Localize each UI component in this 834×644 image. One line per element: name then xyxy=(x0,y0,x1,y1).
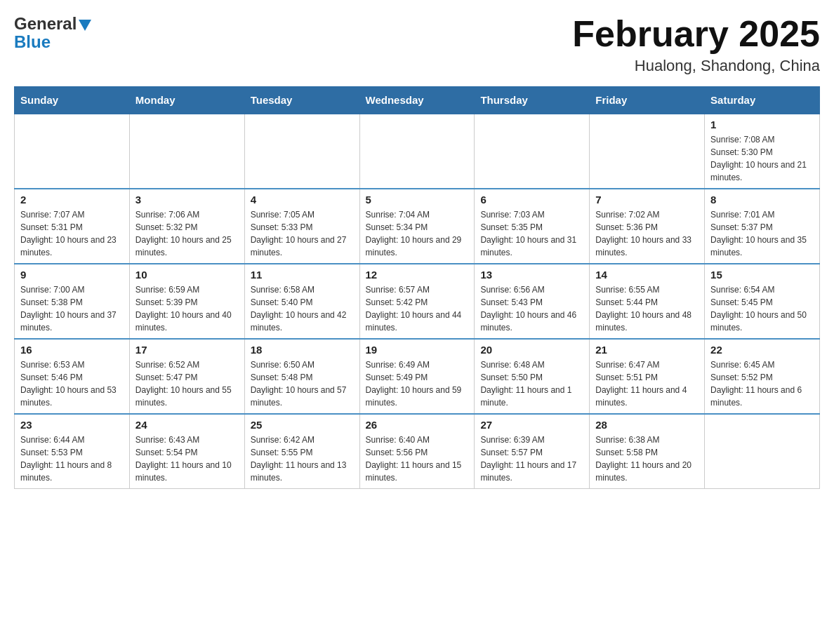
day-info: Sunrise: 6:44 AMSunset: 5:53 PMDaylight:… xyxy=(20,434,124,484)
day-number: 8 xyxy=(710,194,814,206)
day-info: Sunrise: 7:05 AMSunset: 5:33 PMDaylight:… xyxy=(251,208,354,259)
location: Hualong, Shandong, China xyxy=(572,57,820,75)
day-info: Sunrise: 6:39 AMSunset: 5:57 PMDaylight:… xyxy=(480,434,583,484)
day-cell: 26Sunrise: 6:40 AMSunset: 5:56 PMDayligh… xyxy=(359,414,475,489)
day-cell: 8Sunrise: 7:01 AMSunset: 5:37 PMDaylight… xyxy=(705,189,820,264)
day-number: 21 xyxy=(595,344,699,356)
day-cell xyxy=(15,114,130,189)
day-cell xyxy=(129,114,244,189)
day-cell xyxy=(475,114,590,189)
day-number: 28 xyxy=(595,419,699,431)
day-cell: 23Sunrise: 6:44 AMSunset: 5:53 PMDayligh… xyxy=(15,414,130,489)
day-cell xyxy=(705,414,820,489)
day-number: 14 xyxy=(595,269,699,281)
day-info: Sunrise: 7:01 AMSunset: 5:37 PMDaylight:… xyxy=(710,208,814,259)
day-info: Sunrise: 6:59 AMSunset: 5:39 PMDaylight:… xyxy=(135,283,239,334)
day-cell: 5Sunrise: 7:04 AMSunset: 5:34 PMDaylight… xyxy=(359,189,475,264)
day-number: 25 xyxy=(251,419,354,431)
day-number: 10 xyxy=(135,269,239,281)
day-cell: 3Sunrise: 7:06 AMSunset: 5:32 PMDaylight… xyxy=(129,189,244,264)
day-cell: 24Sunrise: 6:43 AMSunset: 5:54 PMDayligh… xyxy=(129,414,244,489)
day-number: 3 xyxy=(135,194,239,206)
day-info: Sunrise: 7:06 AMSunset: 5:32 PMDaylight:… xyxy=(135,208,239,259)
weekday-saturday: Saturday xyxy=(705,87,820,114)
day-info: Sunrise: 7:04 AMSunset: 5:34 PMDaylight:… xyxy=(366,208,469,259)
day-number: 7 xyxy=(595,194,699,206)
day-number: 13 xyxy=(480,269,583,281)
day-number: 11 xyxy=(251,269,354,281)
weekday-header-row: SundayMondayTuesdayWednesdayThursdayFrid… xyxy=(15,87,820,114)
logo: General Blue xyxy=(14,14,91,52)
day-cell: 16Sunrise: 6:53 AMSunset: 5:46 PMDayligh… xyxy=(15,339,130,414)
day-cell: 2Sunrise: 7:07 AMSunset: 5:31 PMDaylight… xyxy=(15,189,130,264)
month-title: February 2025 xyxy=(572,14,820,54)
week-row-2: 2Sunrise: 7:07 AMSunset: 5:31 PMDaylight… xyxy=(15,189,820,264)
page-header: General Blue February 2025 Hualong, Shan… xyxy=(14,14,820,75)
day-number: 1 xyxy=(710,119,814,130)
day-info: Sunrise: 6:54 AMSunset: 5:45 PMDaylight:… xyxy=(710,283,814,334)
weekday-sunday: Sunday xyxy=(15,87,130,114)
day-info: Sunrise: 6:48 AMSunset: 5:50 PMDaylight:… xyxy=(480,358,583,409)
day-info: Sunrise: 6:55 AMSunset: 5:44 PMDaylight:… xyxy=(595,283,699,334)
logo-triangle-icon xyxy=(79,20,91,31)
day-cell: 1Sunrise: 7:08 AMSunset: 5:30 PMDaylight… xyxy=(705,114,820,189)
day-info: Sunrise: 6:52 AMSunset: 5:47 PMDaylight:… xyxy=(135,358,239,409)
day-cell: 4Sunrise: 7:05 AMSunset: 5:33 PMDaylight… xyxy=(244,189,359,264)
day-cell: 11Sunrise: 6:58 AMSunset: 5:40 PMDayligh… xyxy=(244,264,359,339)
day-number: 9 xyxy=(20,269,124,281)
day-info: Sunrise: 6:53 AMSunset: 5:46 PMDaylight:… xyxy=(20,358,124,409)
day-cell: 6Sunrise: 7:03 AMSunset: 5:35 PMDaylight… xyxy=(475,189,590,264)
day-cell: 25Sunrise: 6:42 AMSunset: 5:55 PMDayligh… xyxy=(244,414,359,489)
day-number: 23 xyxy=(20,419,124,431)
day-info: Sunrise: 7:03 AMSunset: 5:35 PMDaylight:… xyxy=(480,208,583,259)
day-cell: 12Sunrise: 6:57 AMSunset: 5:42 PMDayligh… xyxy=(359,264,475,339)
day-cell: 28Sunrise: 6:38 AMSunset: 5:58 PMDayligh… xyxy=(590,414,705,489)
calendar-table: SundayMondayTuesdayWednesdayThursdayFrid… xyxy=(14,86,820,489)
week-row-3: 9Sunrise: 7:00 AMSunset: 5:38 PMDaylight… xyxy=(15,264,820,339)
day-number: 6 xyxy=(480,194,583,206)
weekday-thursday: Thursday xyxy=(475,87,590,114)
day-cell: 10Sunrise: 6:59 AMSunset: 5:39 PMDayligh… xyxy=(129,264,244,339)
day-number: 24 xyxy=(135,419,239,431)
day-number: 26 xyxy=(366,419,469,431)
day-info: Sunrise: 6:57 AMSunset: 5:42 PMDaylight:… xyxy=(366,283,469,334)
day-number: 19 xyxy=(366,344,469,356)
day-number: 4 xyxy=(251,194,354,206)
day-info: Sunrise: 6:49 AMSunset: 5:49 PMDaylight:… xyxy=(366,358,469,409)
logo-blue-text: Blue xyxy=(14,32,51,52)
day-info: Sunrise: 6:50 AMSunset: 5:48 PMDaylight:… xyxy=(251,358,354,409)
day-info: Sunrise: 6:40 AMSunset: 5:56 PMDaylight:… xyxy=(366,434,469,484)
weekday-monday: Monday xyxy=(129,87,244,114)
day-info: Sunrise: 7:07 AMSunset: 5:31 PMDaylight:… xyxy=(20,208,124,259)
day-cell xyxy=(590,114,705,189)
day-number: 20 xyxy=(480,344,583,356)
day-cell: 14Sunrise: 6:55 AMSunset: 5:44 PMDayligh… xyxy=(590,264,705,339)
title-section: February 2025 Hualong, Shandong, China xyxy=(572,14,820,75)
day-info: Sunrise: 7:08 AMSunset: 5:30 PMDaylight:… xyxy=(710,133,814,184)
day-info: Sunrise: 7:02 AMSunset: 5:36 PMDaylight:… xyxy=(595,208,699,259)
day-info: Sunrise: 6:38 AMSunset: 5:58 PMDaylight:… xyxy=(595,434,699,484)
day-cell: 17Sunrise: 6:52 AMSunset: 5:47 PMDayligh… xyxy=(129,339,244,414)
day-cell: 22Sunrise: 6:45 AMSunset: 5:52 PMDayligh… xyxy=(705,339,820,414)
day-cell: 21Sunrise: 6:47 AMSunset: 5:51 PMDayligh… xyxy=(590,339,705,414)
day-cell: 9Sunrise: 7:00 AMSunset: 5:38 PMDaylight… xyxy=(15,264,130,339)
day-cell xyxy=(244,114,359,189)
day-info: Sunrise: 7:00 AMSunset: 5:38 PMDaylight:… xyxy=(20,283,124,334)
day-number: 2 xyxy=(20,194,124,206)
day-number: 27 xyxy=(480,419,583,431)
week-row-1: 1Sunrise: 7:08 AMSunset: 5:30 PMDaylight… xyxy=(15,114,820,189)
weekday-tuesday: Tuesday xyxy=(244,87,359,114)
day-info: Sunrise: 6:43 AMSunset: 5:54 PMDaylight:… xyxy=(135,434,239,484)
day-cell: 18Sunrise: 6:50 AMSunset: 5:48 PMDayligh… xyxy=(244,339,359,414)
day-cell: 20Sunrise: 6:48 AMSunset: 5:50 PMDayligh… xyxy=(475,339,590,414)
day-number: 17 xyxy=(135,344,239,356)
day-info: Sunrise: 6:47 AMSunset: 5:51 PMDaylight:… xyxy=(595,358,699,409)
day-number: 16 xyxy=(20,344,124,356)
day-cell: 13Sunrise: 6:56 AMSunset: 5:43 PMDayligh… xyxy=(475,264,590,339)
day-number: 5 xyxy=(366,194,469,206)
day-cell: 27Sunrise: 6:39 AMSunset: 5:57 PMDayligh… xyxy=(475,414,590,489)
day-number: 22 xyxy=(710,344,814,356)
day-info: Sunrise: 6:56 AMSunset: 5:43 PMDaylight:… xyxy=(480,283,583,334)
day-cell xyxy=(359,114,475,189)
day-cell: 7Sunrise: 7:02 AMSunset: 5:36 PMDaylight… xyxy=(590,189,705,264)
